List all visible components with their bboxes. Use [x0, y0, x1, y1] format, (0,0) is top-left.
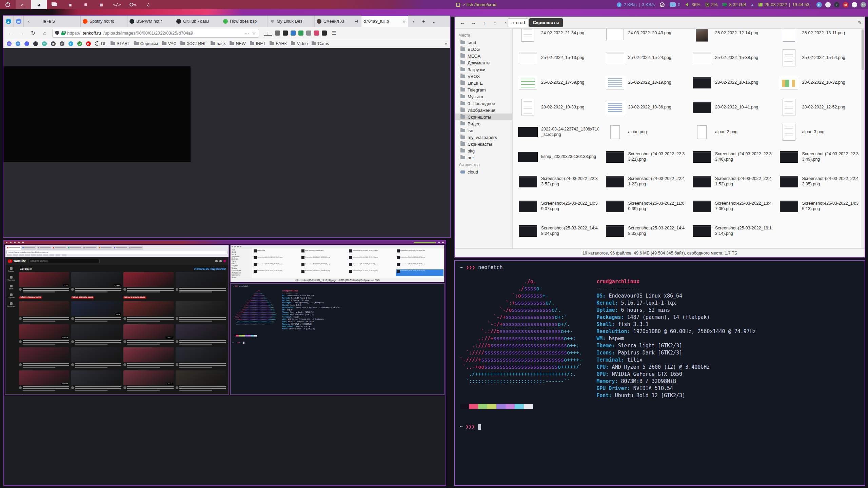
menu-button[interactable]: ☰ [330, 30, 338, 36]
mastodon-bookmark-icon[interactable]: m [7, 41, 12, 46]
sidebar-item-Скринкасты[interactable]: Скринкасты [455, 141, 512, 147]
location-tray-icon[interactable] [852, 2, 857, 7]
sidebar-item-Видео[interactable]: Видео [455, 120, 512, 127]
sidebar-item-LinLIFE[interactable]: LinLIFE [455, 80, 512, 86]
tab[interactable]: How does bsp [221, 16, 268, 27]
bookmark-folder[interactable]: Cams [312, 41, 329, 46]
sidebar-device-cloud[interactable]: cloud [455, 168, 512, 175]
workspace[interactable]: ▣ [62, 0, 78, 9]
sidebar-item-crud[interactable]: crud [455, 39, 512, 46]
file-item[interactable]: 28-02-2022_10-36.png [603, 95, 690, 120]
syncthing-tray-icon[interactable]: ◠ [861, 2, 866, 7]
workspace[interactable] [47, 0, 62, 9]
mastodon-pinned-tab[interactable]: m [14, 16, 24, 27]
telegram-tray-icon[interactable]: ▸ [816, 2, 822, 7]
telegram-bookmark-icon[interactable]: ▸ [68, 41, 73, 46]
sidebar-item-my_wallpapers[interactable]: my_wallpapers [455, 134, 512, 141]
fm-home-button[interactable]: ⌂ [490, 18, 500, 27]
avatar-bookmark-icon[interactable] [33, 41, 38, 46]
file-item[interactable]: 2022-03-24-223742_1308x710_scrot.png [515, 120, 603, 144]
file-item[interactable]: 25-02-2022_17-59.png [515, 70, 603, 95]
file-item[interactable]: Screenshot-(25-03-2022_13:47:05).png [689, 194, 776, 219]
downloads-button[interactable]: ↓ [264, 31, 272, 36]
file-item[interactable]: 25-02-2022_15-38.png [689, 45, 776, 70]
page-actions-icon[interactable]: ⋯ [244, 30, 249, 36]
d-letter-bookmark-icon[interactable]: D [77, 41, 82, 46]
launcher[interactable]: </> [109, 0, 125, 9]
extension-icon[interactable] [275, 30, 280, 36]
updates-module[interactable]: ↓ 0 [670, 2, 680, 7]
youtube-bookmark-icon[interactable]: ▶ [86, 41, 91, 46]
file-item[interactable]: Screenshot-(24-03-2022_22:33:52).png [515, 169, 603, 194]
reload-button[interactable]: ↻ [29, 30, 37, 36]
file-item[interactable]: 28-02-2022_10-33.png [515, 95, 603, 120]
clock-bookmark-icon[interactable]: ○ [16, 41, 20, 46]
new-tab-button[interactable]: + [418, 16, 429, 27]
path-button[interactable]: Скриншоты [529, 18, 563, 27]
sidebar-item-MEGA[interactable]: MEGA [455, 53, 512, 59]
file-item[interactable]: 28-02-2022_10-41.png [689, 95, 776, 120]
bookmark-folder[interactable]: Сервисы [134, 41, 158, 46]
url-bar[interactable]: https://tenkoff.ru/uploads/images/00/00/… [52, 29, 259, 38]
tab-close-icon[interactable]: × [402, 19, 406, 24]
workspace[interactable]: ◕ [31, 0, 47, 9]
extension-icon[interactable] [283, 30, 288, 36]
file-item[interactable]: Screenshot-(25-03-2022_10:59:07).png [515, 194, 603, 219]
discord-bookmark-icon[interactable] [24, 41, 29, 46]
archlinux-pinned-tab[interactable]: ▲ [3, 16, 14, 27]
file-item[interactable]: Screenshot-(24-03-2022_22:41:23).png [603, 169, 690, 194]
forward-button[interactable]: → [18, 30, 26, 36]
launcher[interactable] [125, 0, 140, 9]
bookmark-folder[interactable]: NEW [230, 41, 245, 46]
path-prev-icon[interactable]: ◂ [505, 21, 506, 24]
swap-bookmark-icon[interactable]: ⇄ [60, 41, 64, 46]
launcher[interactable]: ♫ [140, 0, 156, 9]
sidebar-item-aur[interactable]: aur [455, 154, 512, 161]
scrollbar-thumb[interactable] [862, 29, 864, 70]
file-item[interactable]: Screenshot-(24-03-2022_22:33:21).png [603, 144, 690, 169]
extension-icon[interactable] [298, 30, 303, 36]
file-item[interactable]: 25-02-2022_18-19.png [603, 70, 690, 95]
home-button[interactable]: ⌂ [41, 30, 49, 36]
file-item[interactable]: Screenshot-(25-03-2022_11:00:39).png [603, 194, 690, 219]
power-button[interactable] [0, 0, 16, 9]
file-item[interactable]: ksnip_20220323-130133.png [515, 144, 603, 169]
file-item[interactable]: 24-02-2022_21-34.png [515, 29, 603, 45]
fm-forward-button[interactable]: → [469, 18, 478, 27]
back-button[interactable]: ← [6, 30, 14, 36]
infinity-bookmark-icon[interactable]: ∞ [42, 41, 47, 46]
file-item[interactable]: Screenshot-(25-03-2022_14:48:33).png [603, 219, 690, 243]
file-item[interactable]: Screenshot-(25-03-2022_14:48:24).png [515, 219, 603, 243]
bookmark-folder[interactable]: БАНК [270, 41, 287, 46]
file-item[interactable]: Screenshot-(24-03-2022_22:41:52).png [689, 169, 776, 194]
file-item[interactable]: 25-02-2022_15-54.png [776, 45, 864, 70]
sidebar-item-Музыка[interactable]: Музыка [455, 93, 512, 100]
workspace[interactable]: >_ [16, 0, 31, 9]
file-item[interactable]: Screenshot-(24-03-2022_22:33:49).png [776, 144, 864, 169]
bookmark-folder[interactable]: START [111, 41, 130, 46]
sidebar-item-Загрузки[interactable]: Загрузки [455, 66, 512, 73]
bookmark-folder[interactable]: ХОСТИНГ [180, 41, 206, 46]
tab[interactable]: BSPWM not r [127, 16, 174, 27]
edit-path-icon[interactable]: ✎ [857, 20, 862, 26]
tab[interactable]: d704a9_full.p× [361, 16, 408, 27]
file-item[interactable]: 25-02-2022_13-11.png [776, 29, 864, 45]
file-item[interactable]: 24-03-2022_20-43.png [603, 29, 690, 45]
volume-module[interactable]: 36% [686, 2, 701, 7]
bookmark-folder[interactable]: VAC [162, 41, 177, 46]
bookmark-folder[interactable]: Video [291, 41, 308, 46]
tab-scroll-right-button[interactable]: › [408, 16, 418, 27]
dnd-icon[interactable] [660, 2, 665, 7]
network-module[interactable]: ↓ 2 KB/s | 3 KB/s [617, 2, 655, 7]
datetime-module[interactable]: 25-03-2022 | 19:44:53 [758, 2, 810, 7]
extension-icon[interactable] [291, 30, 296, 36]
fm-up-button[interactable]: ↑ [479, 18, 489, 27]
bookmark-star-icon[interactable]: ☆ [252, 30, 256, 36]
tab[interactable]: ✽My Linux Des [268, 16, 315, 27]
file-item[interactable]: Screenshot-(25-03-2022_14:35:13).png [776, 194, 864, 219]
sidebar-item-Изображения[interactable]: Изображения [455, 107, 512, 114]
list-tabs-button[interactable]: ⌄ [429, 16, 439, 27]
sidebar-item-pkg[interactable]: pkg [455, 147, 512, 154]
viewed-screenshot-image[interactable]: https://www.youtube.com/feed/subscriptio… [4, 241, 446, 396]
extension-icon[interactable] [314, 30, 319, 36]
